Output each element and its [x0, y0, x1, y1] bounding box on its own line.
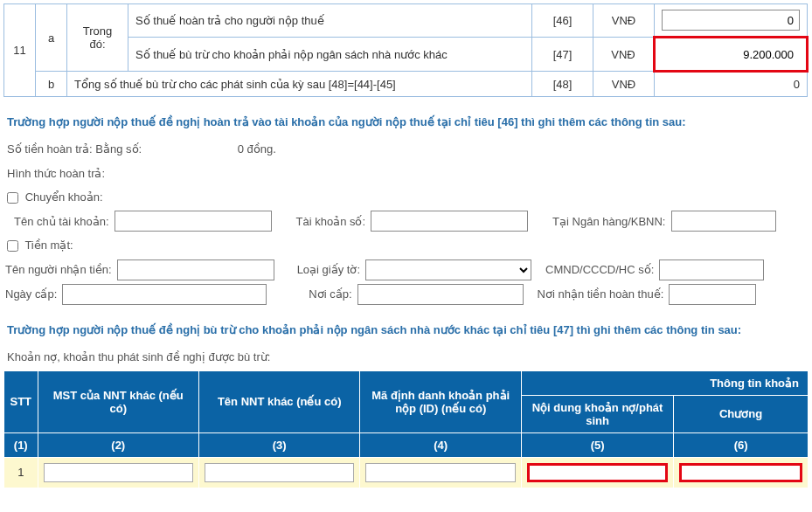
row1-stt: 1	[4, 457, 38, 488]
id-number-label: CMND/CCCD/HC số:	[545, 263, 654, 276]
issue-date-label: Ngày cấp:	[5, 287, 57, 301]
section2-title: Trường hợp người nộp thuế đề nghị bù trừ…	[7, 322, 805, 338]
row47-value-input[interactable]	[663, 44, 799, 65]
offset-subtitle: Khoản nợ, khoản thu phát sinh đề nghị đư…	[7, 350, 805, 363]
refund-amount-label: Số tiền hoàn trả: Bằng số:	[7, 142, 142, 156]
row1-ten-input[interactable]	[205, 463, 354, 482]
row1-chuong-input[interactable]	[679, 463, 802, 482]
refund-amount-value: 0 đồng.	[145, 139, 276, 159]
account-holder-input[interactable]	[115, 211, 272, 232]
cash-fields-row1: Tên người nhận tiền: Loại giấy tờ: CMND/…	[5, 259, 807, 280]
th-group: Thông tin khoản	[521, 370, 808, 395]
table-row: 1	[4, 457, 809, 488]
row48-code: [48]	[532, 72, 593, 97]
account-holder-label: Tên chủ tài khoản:	[14, 215, 109, 228]
row-letter-a: a	[36, 4, 67, 72]
transfer-fields-row: Tên chủ tài khoản: Tài khoản số: Tại Ngâ…	[5, 211, 807, 232]
thn4: (4)	[360, 432, 521, 457]
row-number: 11	[4, 4, 36, 97]
th-noidung: Nội dung khoản nợ/phát sinh	[521, 395, 673, 432]
cash-checkbox[interactable]	[7, 240, 18, 252]
id-number-input[interactable]	[659, 259, 764, 280]
thn5: (5)	[521, 432, 673, 457]
issue-place-label: Nơi cấp:	[309, 287, 351, 301]
id-type-select[interactable]	[365, 259, 531, 280]
row48-unit: VNĐ	[593, 72, 655, 97]
refund-place-input[interactable]	[669, 284, 756, 305]
row46-value-cell	[655, 4, 808, 38]
row-letter-b: b	[36, 72, 67, 97]
account-number-label: Tài khoản số:	[296, 215, 366, 228]
recipient-input[interactable]	[117, 259, 274, 280]
id-type-label: Loại giấy tờ:	[297, 263, 360, 276]
row1-ma-input[interactable]	[365, 463, 515, 482]
th-stt: STT	[4, 370, 38, 432]
bank-input[interactable]	[671, 211, 776, 232]
th-ten: Tên NNT khác (nếu có)	[198, 370, 359, 432]
section1-title: Trường hợp người nộp thuế đề nghị hoàn t…	[7, 114, 805, 130]
thn6: (6)	[674, 432, 809, 457]
row1-mst-input[interactable]	[44, 463, 193, 482]
cash-label: Tiền mặt:	[24, 239, 73, 252]
row47-desc: Số thuế bù trừ cho khoản phải nộp ngân s…	[128, 38, 532, 72]
account-number-input[interactable]	[371, 211, 528, 232]
row46-code: [46]	[532, 4, 593, 38]
row48-desc: Tổng số thuế bù trừ cho các phát sinh củ…	[67, 72, 532, 97]
cash-fields-row2: Ngày cấp: Nơi cấp: Nơi nhận tiền hoàn th…	[5, 284, 807, 305]
thn3: (3)	[198, 432, 359, 457]
row46-value-input[interactable]	[662, 10, 800, 31]
recipient-label: Tên người nhận tiền:	[5, 263, 112, 276]
tax-summary-table: 11 a Trong đó: Số thuế hoàn trả cho ngườ…	[3, 3, 809, 97]
th-chuong: Chương	[674, 395, 809, 432]
offset-table: STT MST của NNT khác (nếu có) Tên NNT kh…	[3, 370, 809, 488]
row47-code: [47]	[532, 38, 593, 72]
row47-unit: VNĐ	[593, 38, 655, 72]
refund-method-label: Hình thức hoàn trả:	[7, 163, 805, 183]
issue-date-input[interactable]	[62, 284, 267, 305]
bank-label: Tại Ngân hàng/KBNN:	[552, 215, 665, 228]
refund-place-label: Nơi nhận tiền hoàn thuế:	[538, 287, 664, 301]
thn2: (2)	[38, 432, 198, 457]
row1-noidung-input[interactable]	[527, 463, 668, 482]
row-label: Trong đó:	[67, 4, 128, 72]
th-mst: MST của NNT khác (nếu có)	[38, 370, 198, 432]
issue-place-input[interactable]	[357, 284, 524, 305]
transfer-label: Chuyển khoản:	[25, 190, 103, 204]
transfer-checkbox[interactable]	[7, 192, 18, 204]
row46-desc: Số thuế hoàn trả cho người nộp thuế	[128, 4, 532, 38]
row47-value-cell	[655, 38, 808, 72]
transfer-checkbox-row: Chuyển khoản:	[7, 187, 805, 207]
th-ma: Mã định danh khoản phải nộp (ID) (nếu có…	[360, 370, 521, 432]
thn1: (1)	[4, 432, 38, 457]
refund-amount-row: Số tiền hoàn trả: Bằng số: 0 đồng.	[7, 139, 805, 159]
cash-checkbox-row: Tiền mặt:	[7, 235, 805, 255]
row46-unit: VNĐ	[593, 4, 655, 38]
row48-value: 0	[655, 72, 808, 97]
